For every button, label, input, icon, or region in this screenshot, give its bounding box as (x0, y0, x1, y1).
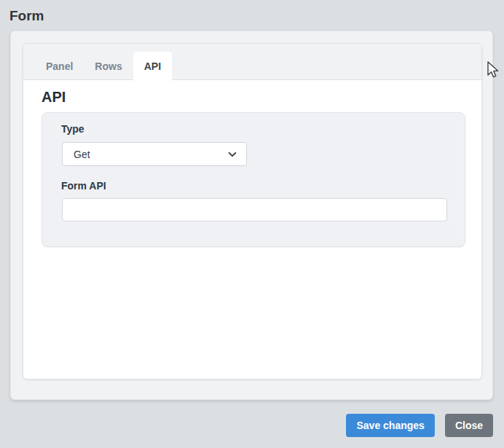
tab-api[interactable]: API (133, 52, 172, 80)
modal-footer: Save changes Close (346, 414, 493, 437)
form-api-field-label: Form API (61, 180, 106, 192)
type-select[interactable]: Get (62, 142, 247, 166)
type-field-label: Type (61, 123, 84, 135)
tab-rows-label: Rows (95, 60, 122, 72)
tab-api-label: API (144, 60, 161, 72)
tab-panel-label: Panel (46, 60, 73, 72)
api-fields-panel: Type Get Form API (42, 112, 465, 247)
tab-card: Panel Rows API API Type Get Form API (23, 43, 482, 380)
chevron-down-icon (227, 149, 237, 160)
page-title: Form (9, 8, 44, 24)
section-heading: API (42, 89, 66, 106)
save-changes-button[interactable]: Save changes (346, 414, 434, 437)
type-select-value: Get (74, 149, 227, 160)
form-modal: Panel Rows API API Type Get Form API (10, 31, 493, 400)
form-api-input[interactable] (62, 198, 447, 221)
tab-panel[interactable]: Panel (35, 52, 84, 80)
tab-bar: Panel Rows API (23, 44, 481, 80)
close-button[interactable]: Close (445, 414, 493, 437)
tab-rows[interactable]: Rows (84, 52, 133, 80)
